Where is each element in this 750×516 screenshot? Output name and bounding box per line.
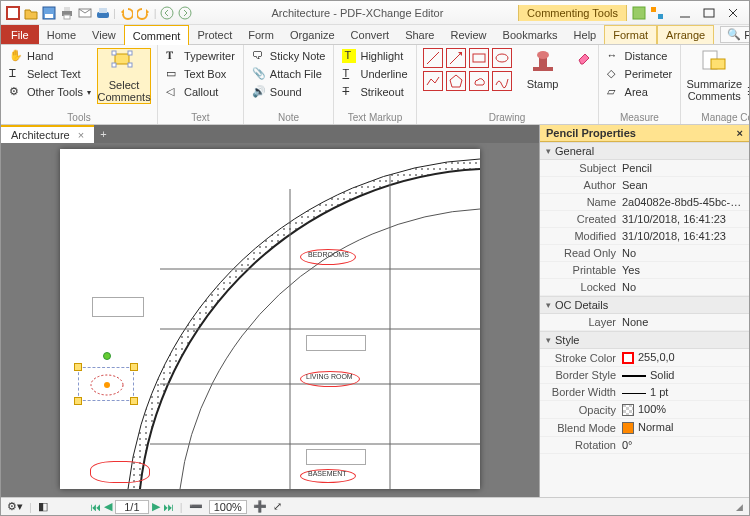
eraser-icon <box>576 49 590 63</box>
underline-tool[interactable]: TUnderline <box>340 66 409 82</box>
forward-icon[interactable] <box>177 5 193 21</box>
select-comments-button[interactable]: Select Comments <box>97 48 151 104</box>
other-tools[interactable]: ⚙Other Tools▾ <box>7 84 93 100</box>
tab-arrange[interactable]: Arrange <box>657 25 714 44</box>
tab-close-icon[interactable]: × <box>78 129 84 141</box>
rect-shape[interactable] <box>469 48 489 68</box>
distance-tool[interactable]: ↔Distance <box>605 48 675 64</box>
tab-home[interactable]: Home <box>39 25 84 44</box>
handle-nw[interactable] <box>74 363 82 371</box>
tab-share[interactable]: Share <box>397 25 442 44</box>
select-text-tool[interactable]: ᏆSelect Text <box>7 66 93 82</box>
scan-icon[interactable] <box>95 5 111 21</box>
handle-sw[interactable] <box>74 397 82 405</box>
maximize-icon[interactable] <box>701 5 717 21</box>
callout-tool[interactable]: ◁Callout <box>164 84 237 100</box>
callout-icon: ◁ <box>166 85 180 99</box>
doc-tabstrip: Architecture× + <box>1 125 539 143</box>
tab-form[interactable]: Form <box>240 25 282 44</box>
area-tool[interactable]: ▱Area <box>605 84 675 100</box>
close-icon[interactable] <box>725 5 741 21</box>
tab-review[interactable]: Review <box>442 25 494 44</box>
eraser-tool[interactable] <box>574 48 592 64</box>
doc-tab[interactable]: Architecture× <box>1 125 94 143</box>
tab-format[interactable]: Format <box>604 25 657 44</box>
panel-close-icon[interactable]: × <box>737 127 743 139</box>
prev-page-icon[interactable]: ◀ <box>104 500 112 513</box>
group-markup: THighlight TUnderline TStrikeout Text Ma… <box>334 45 416 124</box>
find-button[interactable]: 🔍Find... <box>720 26 750 43</box>
textbox-tool[interactable]: ▭Text Box <box>164 66 237 82</box>
tab-organize[interactable]: Organize <box>282 25 343 44</box>
sticky-note-tool[interactable]: 🗨Sticky Note <box>250 48 328 64</box>
highlight-tool[interactable]: THighlight <box>340 48 409 64</box>
save-icon[interactable] <box>41 5 57 21</box>
options-icon[interactable]: ⚙▾ <box>7 500 23 513</box>
distance-icon: ↔ <box>607 49 621 63</box>
zoom-in-icon[interactable]: ➕ <box>253 500 267 513</box>
first-page-icon[interactable]: ⏮ <box>90 501 101 513</box>
pencil-shape[interactable] <box>492 71 512 91</box>
sticky-icon: 🗨 <box>252 49 266 63</box>
leftpane-icon[interactable]: ◧ <box>38 500 48 513</box>
zoom-field[interactable]: 100% <box>209 500 247 514</box>
next-page-icon[interactable]: ▶ <box>152 500 160 513</box>
print-icon[interactable] <box>59 5 75 21</box>
sound-tool[interactable]: 🔊Sound <box>250 84 328 100</box>
arrow-shape[interactable] <box>446 48 466 68</box>
section-oc[interactable]: OC Details <box>540 296 749 314</box>
section-general[interactable]: General <box>540 142 749 160</box>
back-icon[interactable] <box>159 5 175 21</box>
note-box-1 <box>92 297 144 317</box>
last-page-icon[interactable]: ⏭ <box>163 501 174 513</box>
tab-convert[interactable]: Convert <box>343 25 398 44</box>
tab-comment[interactable]: Comment <box>124 25 190 45</box>
rotate-handle[interactable] <box>103 352 111 360</box>
typewriter-tool[interactable]: 𝐓Typewriter <box>164 48 237 64</box>
stamp-button[interactable]: Stamp <box>516 48 570 90</box>
note-box-2 <box>306 335 366 351</box>
redo-icon[interactable] <box>136 5 152 21</box>
strikeout-tool[interactable]: TStrikeout <box>340 84 409 100</box>
canvas[interactable]: BEDROOMS LIVING ROOM BASEMENT <box>1 143 539 497</box>
section-style[interactable]: Style <box>540 331 749 349</box>
export-comments[interactable]: ⇧Export <box>745 66 750 82</box>
annot-note-circle[interactable] <box>90 461 150 483</box>
email-icon[interactable] <box>77 5 93 21</box>
selected-stamp[interactable] <box>78 367 134 401</box>
perimeter-tool[interactable]: ◇Perimeter <box>605 66 675 82</box>
ui-opt-icon[interactable] <box>631 5 647 21</box>
page-field[interactable]: 1/1 <box>115 500 149 514</box>
resize-grip-icon[interactable]: ◢ <box>736 502 743 512</box>
summarize-button[interactable]: Summarize Comments <box>687 48 741 102</box>
hand-tool[interactable]: ✋Hand <box>7 48 93 64</box>
polyline-shape[interactable] <box>423 71 443 91</box>
polygon-shape[interactable] <box>446 71 466 91</box>
undo-icon[interactable] <box>118 5 134 21</box>
handle-ne[interactable] <box>130 363 138 371</box>
show-comments[interactable]: ☰Show▾ <box>745 84 750 100</box>
zoom-fit-icon[interactable]: ⤢ <box>273 500 282 513</box>
tab-view[interactable]: View <box>84 25 124 44</box>
file-tab[interactable]: File <box>1 25 39 44</box>
open-icon[interactable] <box>23 5 39 21</box>
prop-border-style: Border StyleSolid <box>540 367 749 384</box>
svg-rect-19 <box>128 51 132 55</box>
minimize-icon[interactable] <box>677 5 693 21</box>
tab-help[interactable]: Help <box>566 25 605 44</box>
zoom-out-icon[interactable]: ➖ <box>189 500 203 513</box>
tab-bookmarks[interactable]: Bookmarks <box>495 25 566 44</box>
new-tab-icon[interactable]: + <box>94 128 112 140</box>
line-shape[interactable] <box>423 48 443 68</box>
svg-point-25 <box>496 54 508 62</box>
import-comments[interactable]: ⇩Import <box>745 48 750 64</box>
handle-se[interactable] <box>130 397 138 405</box>
oval-shape[interactable] <box>492 48 512 68</box>
document-area: Architecture× + <box>1 125 539 497</box>
ui-opt2-icon[interactable] <box>649 5 665 21</box>
panel-header[interactable]: Pencil Properties × <box>540 125 749 142</box>
prop-printable: PrintableYes <box>540 262 749 279</box>
cloud-shape[interactable] <box>469 71 489 91</box>
tab-protect[interactable]: Protect <box>189 25 240 44</box>
attach-file-tool[interactable]: 📎Attach File <box>250 66 328 82</box>
